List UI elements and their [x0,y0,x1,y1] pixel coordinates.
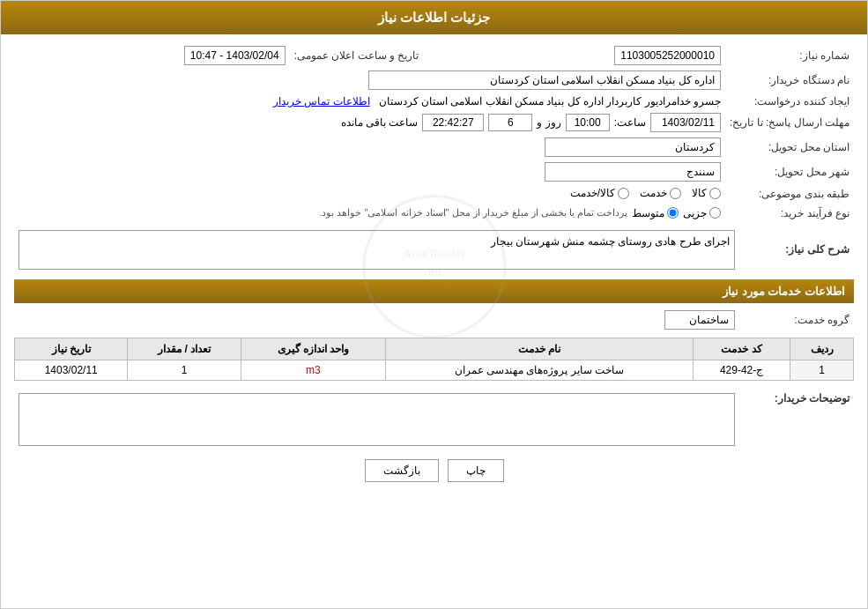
buttons-row: چاپ بازگشت [14,459,854,482]
row-buyer-notes: توضیحات خریدار: [14,388,854,449]
deadline-time: 10:00 [566,114,610,131]
col-header-qty: تعداد / مقدار [128,338,241,360]
remaining-label: ساعت باقی مانده [341,116,419,129]
category-option-both[interactable]: کالا/خدمت [570,187,629,199]
row-creator: ایجاد کننده درخواست: جسرو خدامرادیور کار… [14,93,854,110]
category-option-service[interactable]: خدمت [640,187,681,199]
row-category: طبقه بندی موضوعی: کالا خدمت [14,184,854,204]
services-table: ردیف کد خدمت نام خدمت واحد اندازه گیری ت… [14,338,854,381]
row-desc: شرح کلی نیاز: اجرای طرح هادی روستای چشمه… [14,227,854,272]
announce-datetime-value: 1403/02/04 - 10:47 [184,46,286,65]
row-service-group: گروه خدمت: ساختمان [14,308,854,332]
service-group-label: گروه خدمت: [739,308,854,332]
desc-table: شرح کلی نیاز: اجرای طرح هادی روستای چشمه… [14,227,854,272]
deadline-days: 6 [488,114,532,131]
purchase-type-mota[interactable]: متوسط [632,207,679,219]
row-need-number: شماره نیاز: 1103005252000010 تاریخ و ساع… [14,43,854,68]
services-section-header: اطلاعات خدمات مورد نیاز [14,279,854,303]
desc-value: اجرای طرح هادی روستای چشمه منش شهرستان ب… [19,230,735,270]
row-deadline: مهلت ارسال پاسخ: تا تاریخ: 1403/02/11 سا… [14,110,854,135]
row-buyer-org: نام دستگاه خریدار: اداره کل بنیاد مسکن ا… [14,68,854,93]
service-group-value: ساختمان [664,310,735,330]
page-container: جزئیات اطلاعات نیاز AnalTender .net شمار… [0,0,868,609]
col-header-name: نام خدمت [386,338,694,360]
category-option-kala[interactable]: کالا [692,187,721,199]
radio-kala-label: کالا [692,187,707,199]
category-label: طبقه بندی موضوعی: [725,184,854,204]
services-section-title: اطلاعات خدمات مورد نیاز [723,285,845,298]
creator-value: جسرو خدامرادیور کاربردار اداره کل بنیاد … [379,95,721,108]
radio-mota-label: متوسط [632,207,664,219]
service-group-table: گروه خدمت: ساختمان [14,308,854,332]
col-header-unit: واحد اندازه گیری [241,338,385,360]
radio-jozii[interactable] [709,207,721,219]
print-button[interactable]: چاپ [448,459,504,482]
need-number-label: شماره نیاز: [725,43,854,68]
purchase-type-row: جزیی متوسط پرداخت تمام یا بخشی از مبلغ خ… [19,207,721,219]
deadline-days-label: روز و [537,116,560,129]
cell-unit: m3 [241,360,385,380]
cell-name: ساخت سایر پروژه‌های مهندسی عمران [386,360,694,380]
delivery-city-label: شهر محل تحویل: [725,160,854,184]
col-header-code: کد خدمت [693,338,790,360]
deadline-date: 1403/02/11 [650,113,721,132]
col-header-date: تاریخ نیاز [15,338,128,360]
desc-label: شرح کلی نیاز: [739,227,854,272]
remaining-time: 22:42:27 [422,114,484,131]
radio-service-label: خدمت [640,187,667,199]
radio-mota[interactable] [667,207,679,219]
page-title: جزئیات اطلاعات نیاز [378,10,490,25]
col-header-rownum: ردیف [790,338,854,360]
contact-info-link[interactable]: اطلاعات تماس خریدار [273,95,370,108]
row-province: استان محل تحویل: کردستان [14,135,854,160]
content-area: AnalTender .net شماره نیاز: 110300525200… [1,34,867,501]
announce-datetime-label: تاریخ و ساعت اعلان عمومی: [290,43,437,68]
category-radio-group: کالا خدمت کالا/خدمت [570,187,721,199]
delivery-city-value: سنندج [545,162,721,182]
radio-kala[interactable] [709,188,721,199]
delivery-province-label: استان محل تحویل: [725,135,854,160]
creator-label: ایجاد کننده درخواست: [725,93,854,110]
services-table-header-row: ردیف کد خدمت نام خدمت واحد اندازه گیری ت… [15,338,854,360]
back-button[interactable]: بازگشت [365,459,439,482]
radio-both[interactable] [618,188,629,199]
row-city: شهر محل تحویل: سنندج [14,160,854,184]
buyer-notes-label: توضیحات خریدار: [739,388,854,449]
table-row: 1 ج-42-429 ساخت سایر پروژه‌های مهندسی عم… [15,360,854,380]
deadline-label: مهلت ارسال پاسخ: تا تاریخ: [725,110,854,135]
purchase-type-jozii[interactable]: جزیی [683,207,721,219]
cell-rownum: 1 [790,360,854,380]
row-purchase-type: نوع فرآیند خرید: جزیی متوسط پرداخت تمام … [14,204,854,222]
radio-service[interactable] [670,188,681,199]
buyer-org-label: نام دستگاه خریدار: [725,68,854,93]
cell-code: ج-42-429 [693,360,790,380]
buyer-org-value: اداره کل بنیاد مسکن انقلاب اسلامی استان … [368,71,721,90]
radio-jozii-label: جزیی [683,207,707,219]
need-number-value: 1103005252000010 [614,46,721,65]
page-header: جزئیات اطلاعات نیاز [1,1,867,34]
deadline-time-label: ساعت: [614,116,646,129]
purchase-type-note: پرداخت تمام یا بخشی از مبلغ خریدار از مح… [319,207,627,219]
radio-both-label: کالا/خدمت [570,187,615,199]
buyer-notes-table: توضیحات خریدار: [14,388,854,449]
delivery-province-value: کردستان [545,137,721,157]
deadline-row: 1403/02/11 ساعت: 10:00 روز و 6 22:42:27 … [19,113,721,132]
cell-date: 1403/02/11 [15,360,128,380]
purchase-type-label: نوع فرآیند خرید: [725,204,854,222]
services-table-body: 1 ج-42-429 ساخت سایر پروژه‌های مهندسی عم… [15,360,854,380]
main-info-table: شماره نیاز: 1103005252000010 تاریخ و ساع… [14,43,854,222]
buyer-notes-box [19,393,735,446]
services-table-head: ردیف کد خدمت نام خدمت واحد اندازه گیری ت… [15,338,854,360]
cell-qty: 1 [128,360,241,380]
